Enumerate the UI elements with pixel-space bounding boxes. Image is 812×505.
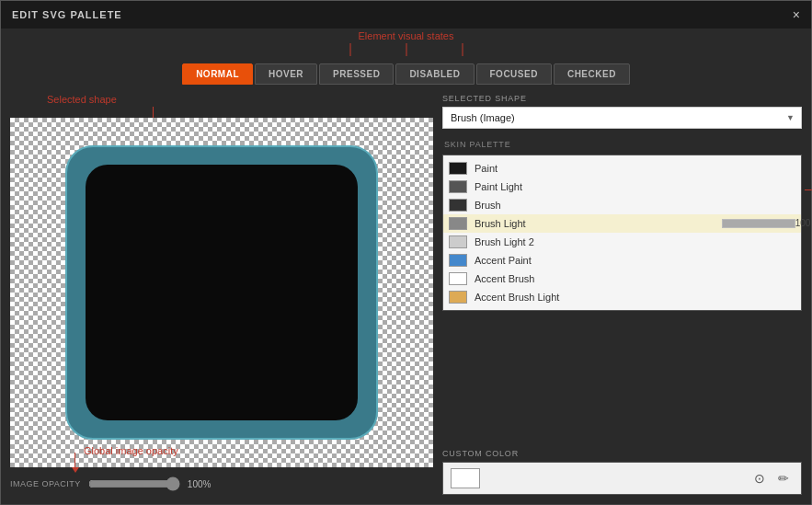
shape-inner xyxy=(86,165,358,420)
selected-shape-section: SELECTED SHAPE Brush (Image) xyxy=(442,94,802,129)
image-opacity-value: 100% xyxy=(188,479,212,489)
palette-item-paint[interactable]: Paint xyxy=(443,159,801,178)
eyedropper-icon[interactable]: ✏ xyxy=(773,468,794,488)
custom-color-swatch[interactable] xyxy=(451,468,480,488)
paint-swatch xyxy=(449,162,467,175)
skin-palette-wrapper: SKIN PALETTE Paint Paint Light Brush xyxy=(442,138,802,311)
custom-color-section: CUSTOM COLOR ⊙ ✏ Custom shape color xyxy=(442,449,802,495)
accent-paint-label: Accent Paint xyxy=(475,255,795,266)
accent-brush-light-label: Accent Brush Light xyxy=(475,292,795,303)
palette-item-paint-light[interactable]: Paint Light xyxy=(443,178,801,196)
annotation-selected-shape: Selected shape xyxy=(47,94,117,105)
accent-brush-label: Accent Brush xyxy=(475,273,795,284)
palette-item-brush[interactable]: Brush xyxy=(443,196,801,214)
image-opacity-slider[interactable] xyxy=(88,476,180,491)
tab-hover[interactable]: HOVER xyxy=(255,63,317,85)
color-picker-icon[interactable]: ⊙ xyxy=(749,468,770,488)
accent-brush-swatch xyxy=(449,272,467,285)
paint-label: Paint xyxy=(475,163,795,174)
paint-light-label: Paint Light xyxy=(475,181,795,192)
brush-light-opacity-bar xyxy=(722,219,795,228)
title-bar: EDIT SVG PALLETE × xyxy=(1,1,811,29)
tab-disabled[interactable]: DISABLED xyxy=(395,63,474,85)
svg-preview xyxy=(65,145,378,440)
custom-color-icons: ⊙ ✏ xyxy=(749,468,794,488)
tab-normal[interactable]: NORMAL xyxy=(182,63,253,85)
edit-svg-dialog: EDIT SVG PALLETE × Element visual states… xyxy=(0,0,812,505)
brush-light-opacity-pct: 100 % xyxy=(795,218,812,228)
annotation-global-opacity: Global image opacity xyxy=(84,445,178,456)
accent-paint-swatch xyxy=(449,254,467,267)
brush-light2-label: Brush Light 2 xyxy=(475,236,795,247)
skin-palette-list: Paint Paint Light Brush Brush Light xyxy=(442,155,802,311)
custom-color-label: CUSTOM COLOR xyxy=(442,449,802,458)
svg-canvas[interactable] xyxy=(10,118,433,467)
brush-label: Brush xyxy=(475,200,795,211)
shape-select[interactable]: Brush (Image) xyxy=(442,107,802,129)
palette-item-accent-paint[interactable]: Accent Paint xyxy=(443,251,801,270)
accent-brush-light-swatch xyxy=(449,291,467,304)
shape-select-wrapper[interactable]: Brush (Image) xyxy=(442,107,802,129)
brush-light-bar-wrapper: 100 % xyxy=(722,219,795,228)
selected-shape-label: SELECTED SHAPE xyxy=(442,94,802,103)
palette-item-accent-brush[interactable]: Accent Brush xyxy=(443,270,801,288)
brush-swatch xyxy=(449,199,467,212)
skin-palette-label: SKIN PALETTE xyxy=(442,140,512,149)
dialog-title: EDIT SVG PALLETE xyxy=(12,9,122,20)
custom-color-row: ⊙ ✏ xyxy=(442,462,802,495)
tabs-container: NORMAL HOVER PRESSED DISABLED FOCUSED CH… xyxy=(1,56,811,85)
tab-focused[interactable]: FOCUSED xyxy=(476,63,552,85)
main-content: Selected shape IMAGE OPACITY 100% xyxy=(1,85,811,504)
image-opacity-label: IMAGE OPACITY xyxy=(10,479,81,488)
close-button[interactable]: × xyxy=(793,8,800,21)
right-panel: SELECTED SHAPE Brush (Image) SKIN PALETT… xyxy=(442,94,802,495)
palette-item-brush-light2[interactable]: Brush Light 2 xyxy=(443,233,801,251)
palette-item-brush-light[interactable]: Brush Light 100 % xyxy=(443,214,801,233)
brush-light-label: Brush Light xyxy=(475,218,715,229)
canvas-area: Selected shape IMAGE OPACITY 100% xyxy=(10,94,433,495)
palette-item-accent-brush-light[interactable]: Accent Brush Light xyxy=(443,288,801,306)
tab-pressed[interactable]: PRESSED xyxy=(319,63,394,85)
tab-checked[interactable]: CHECKED xyxy=(554,63,630,85)
brush-light-bar-fill xyxy=(723,220,795,227)
image-opacity-row: IMAGE OPACITY 100% Global image opacity xyxy=(10,473,433,495)
brush-light2-swatch xyxy=(449,235,467,248)
annotation-visual-states: Element visual states xyxy=(359,30,454,41)
paint-light-swatch xyxy=(449,180,467,193)
shape-outer xyxy=(65,145,378,440)
brush-light-swatch xyxy=(449,217,467,230)
